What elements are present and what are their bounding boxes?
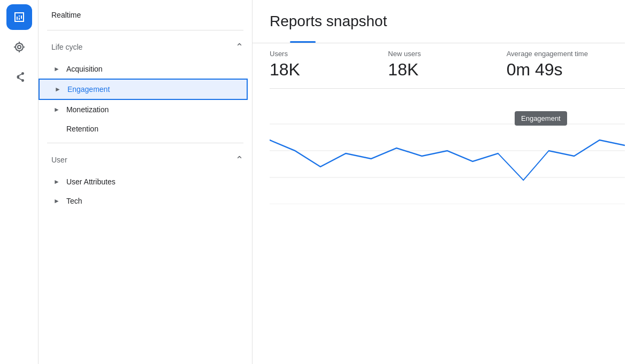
user-section-header[interactable]: User ⌃ xyxy=(39,148,252,172)
page-title: Reports snapshot xyxy=(270,13,625,30)
acquisition-arrow-icon: ► xyxy=(54,65,60,73)
advertising-nav-icon[interactable] xyxy=(6,64,32,90)
analytics-nav-icon[interactable] xyxy=(6,4,32,30)
chart-area xyxy=(270,97,625,204)
metric-users-label: Users xyxy=(270,50,375,58)
icon-rail xyxy=(0,0,39,364)
metric-engagement-label: Average engagement time xyxy=(507,50,612,58)
metric-engagement-time: Average engagement time 0m 49s xyxy=(507,43,625,88)
sidebar-item-retention[interactable]: Retention xyxy=(39,119,248,138)
insights-nav-icon[interactable] xyxy=(6,34,32,60)
metric-engagement-value: 0m 49s xyxy=(507,60,612,80)
sidebar-item-user-attributes[interactable]: ► User Attributes xyxy=(39,172,248,191)
monetization-arrow-icon: ► xyxy=(54,106,60,113)
sidebar: Realtime Life cycle ⌃ ► Acquisition ► En… xyxy=(39,0,253,364)
tab-indicator xyxy=(290,41,316,43)
tech-arrow-icon: ► xyxy=(54,197,60,205)
user-chevron-icon: ⌃ xyxy=(235,154,243,166)
main-content: Reports snapshot Users 18K New users 18K… xyxy=(253,0,642,364)
sidebar-divider-1 xyxy=(47,30,243,30)
sidebar-item-engagement[interactable]: ► Engagement xyxy=(39,79,248,100)
chart-line xyxy=(270,140,625,180)
sidebar-item-monetization[interactable]: ► Monetization xyxy=(39,100,248,119)
sidebar-item-tech[interactable]: ► Tech xyxy=(39,191,248,211)
user-attributes-arrow-icon: ► xyxy=(54,178,60,185)
sidebar-item-realtime[interactable]: Realtime xyxy=(39,4,252,26)
engagement-arrow-icon: ► xyxy=(55,86,61,93)
metric-users-value: 18K xyxy=(270,60,375,80)
metrics-row: Users 18K New users 18K Average engageme… xyxy=(270,43,625,89)
lifecycle-chevron-icon: ⌃ xyxy=(235,41,243,53)
metric-new-users: New users 18K xyxy=(388,43,506,88)
metric-users: Users 18K xyxy=(270,43,388,88)
line-chart xyxy=(270,97,625,204)
sidebar-item-acquisition[interactable]: ► Acquisition xyxy=(39,59,248,79)
metric-new-users-value: 18K xyxy=(388,60,493,80)
metric-new-users-label: New users xyxy=(388,50,493,58)
sidebar-divider-2 xyxy=(47,143,243,143)
lifecycle-section-header[interactable]: Life cycle ⌃ xyxy=(39,35,252,59)
